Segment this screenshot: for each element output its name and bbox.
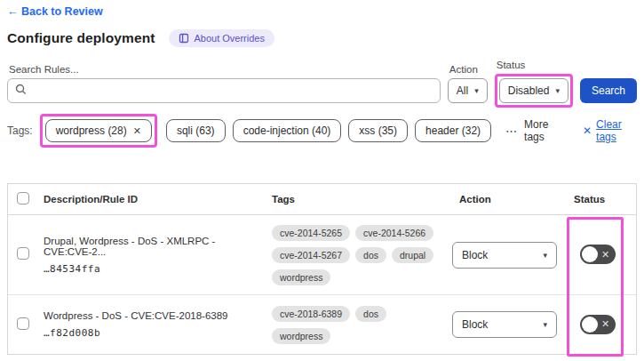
ellipsis-icon: ⋯ [505,124,518,138]
about-overrides-badge[interactable]: About Overrides [169,29,274,47]
caret-down-icon: ▾ [543,251,547,260]
rule-id: …f82d008b [44,327,259,339]
toggle-knob [582,317,598,333]
toggle-x-icon: ✕ [601,318,609,330]
about-overrides-label: About Overrides [194,33,264,44]
row-checkbox[interactable] [17,247,29,260]
filter-row: Search Rules... Action All ▾ Status [7,60,637,103]
tags-label: Tags: [7,124,33,137]
rule-tag-chip: cve-2014-5267 [272,247,350,263]
rule-id: …84534ffa [44,263,259,275]
title-row: Configure deployment About Overrides [7,29,637,47]
rule-description: Drupal, Wordpress - DoS - XMLRPC - CVE:C… [44,236,259,257]
status-dropdown[interactable]: Disabled ▾ [499,78,568,103]
column-header-action: Action [452,194,565,205]
status-dropdown-highlight-box: Disabled ▾ [495,74,573,108]
status-toggle-off[interactable]: ✕ [580,245,616,264]
page-title: Configure deployment [7,30,155,46]
rule-tag-chip: cve-2018-6389 [272,306,350,322]
status-toggle-off[interactable]: ✕ [580,315,616,334]
caret-down-icon: ▾ [555,86,560,95]
tag-pill-label: xss (35) [359,124,397,137]
tag-pill-sqli[interactable]: sqli (63) [166,119,226,142]
action-select[interactable]: Block ▾ [452,242,557,269]
action-select-value: Block [462,249,488,261]
selected-tag-highlight-box: wordpress (28) ✕ [40,114,157,148]
search-button[interactable]: Search [580,78,637,103]
tag-pill-wordpress[interactable]: wordpress (28) ✕ [45,119,152,142]
column-header-status: Status [565,194,636,205]
clear-tags-label: Clear tags [596,118,637,143]
book-icon [179,33,189,44]
rule-tags: cve-2014-5265 cve-2014-5266 cve-2014-526… [272,225,452,285]
tags-bar: Tags: wordpress (28) ✕ sqli (63) code-in… [7,114,637,148]
select-all-checkbox[interactable] [17,192,29,205]
search-rules-input[interactable] [32,84,433,97]
table-header-row: Description/Rule ID Tags Action Status [8,184,636,215]
rule-tag-chip: cve-2014-5265 [272,225,350,241]
toggle-x-icon: ✕ [601,249,609,261]
tag-pill-xss[interactable]: xss (35) [348,119,408,142]
table-row: Wordpress - DoS - CVE:CVE-2018-6389 …f82… [8,295,636,354]
configure-deployment-page: ← Back to Review Configure deployment Ab… [0,0,644,355]
tag-pill-label: sqli (63) [177,124,215,137]
tag-pill-label: header (32) [425,124,481,137]
tag-pill-code-injection[interactable]: code-injection (40) [233,119,342,142]
table-row: Drupal, Wordpress - DoS - XMLRPC - CVE:C… [8,215,636,295]
status-filter-label: Status [497,60,573,70]
rule-description: Wordpress - DoS - CVE:CVE-2018-6389 [44,310,259,321]
search-box [7,78,441,103]
status-dropdown-value: Disabled [508,84,550,97]
tag-pill-header[interactable]: header (32) [415,119,491,142]
tag-pill-label: code-injection (40) [243,124,331,137]
action-dropdown[interactable]: All ▾ [448,78,488,103]
tag-pill-label: wordpress (28) [56,124,127,137]
action-select[interactable]: Block ▾ [452,311,557,338]
more-tags-button[interactable]: ⋯ More tags [505,118,563,143]
rule-tag-chip: wordpress [272,328,330,344]
search-rules-label: Search Rules... [9,64,441,75]
column-header-tags: Tags [272,194,452,205]
clear-tags-link[interactable]: ✕ Clear tags [583,118,637,143]
search-icon [15,84,27,98]
rule-tag-chip: drupal [392,247,433,263]
rules-table: Description/Rule ID Tags Action Status D… [7,183,637,355]
action-dropdown-value: All [457,84,468,97]
action-filter-label: Action [449,64,488,75]
rule-tag-chip: dos [355,306,386,322]
more-tags-label: More tags [524,118,563,143]
caret-down-icon: ▾ [543,320,547,329]
clear-x-icon: ✕ [583,124,592,137]
rule-tag-chip: dos [355,247,386,263]
remove-tag-icon[interactable]: ✕ [133,125,141,137]
rule-tag-chip: cve-2014-5266 [355,225,433,241]
rule-tags: cve-2018-6389 dos wordpress [272,306,452,344]
toggle-knob [582,246,598,262]
caret-down-icon: ▾ [474,86,479,95]
row-checkbox[interactable] [17,317,29,330]
rule-tag-chip: wordpress [272,269,330,285]
column-header-description: Description/Rule ID [36,194,272,205]
action-select-value: Block [462,318,488,331]
back-to-review-link[interactable]: ← Back to Review [7,5,103,18]
